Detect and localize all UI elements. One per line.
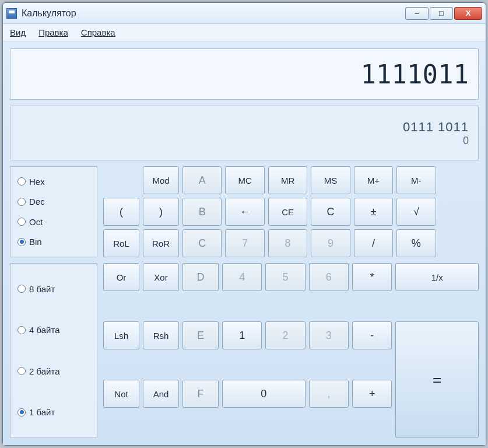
- decimal-button: ,: [309, 380, 349, 408]
- menu-edit-label: Правка: [38, 27, 68, 37]
- clear-button[interactable]: C: [311, 198, 350, 226]
- base-radios: Hex Dec Oct Bin: [10, 166, 97, 257]
- xor-button[interactable]: Xor: [143, 263, 179, 291]
- maximize-button[interactable]: □: [430, 7, 453, 20]
- divide-button[interactable]: /: [354, 229, 393, 257]
- not-button[interactable]: Not: [103, 380, 139, 408]
- radio-icon: [17, 218, 26, 226]
- radio-label: 2 байта: [29, 366, 60, 376]
- digit-5-button: 5: [265, 263, 305, 291]
- spacer: [103, 166, 139, 194]
- mr-button[interactable]: MR: [268, 166, 307, 194]
- client-area: 1111011 0111 1011 0 Hex Dec Oct Bin Mod …: [3, 41, 486, 445]
- radio-label: Dec: [29, 197, 45, 206]
- hex-e-button: E: [182, 321, 219, 349]
- percent-button[interactable]: %: [396, 229, 436, 257]
- bottom-block: 8 байт 4 байта 2 байта 1 байт Or Xor D 4…: [10, 263, 479, 438]
- radio-label: 1 байт: [29, 407, 55, 417]
- hex-a-button: A: [182, 166, 222, 194]
- sqrt-button[interactable]: √: [396, 198, 436, 226]
- radio-1byte[interactable]: 1 байт: [17, 392, 90, 433]
- top-buttons: Mod A MC MR MS M+ M- ( ) B ← CE C: [103, 166, 479, 257]
- radio-oct[interactable]: Oct: [17, 212, 90, 232]
- digit-3-button: 3: [309, 321, 349, 349]
- menu-help[interactable]: Справка: [81, 27, 115, 37]
- digit-2-button: 2: [265, 321, 305, 349]
- result-display: 1111011: [10, 48, 479, 100]
- radio-label: Bin: [29, 237, 42, 247]
- or-button[interactable]: Or: [103, 263, 139, 291]
- menu-help-label: Справка: [81, 27, 115, 37]
- menu-view[interactable]: Вид: [10, 27, 26, 37]
- radio-label: Oct: [29, 217, 43, 227]
- digit-4-button: 4: [222, 263, 262, 291]
- window-controls: – □ X: [405, 7, 482, 20]
- radio-icon: [17, 326, 26, 334]
- radio-bin[interactable]: Bin: [17, 232, 90, 253]
- radio-icon: [17, 238, 26, 246]
- radio-icon: [17, 367, 26, 375]
- bottom-buttons: Or Xor D 4 5 6 * 1/x Lsh Rsh E 1 2 3 -: [103, 263, 479, 438]
- close-button[interactable]: X: [454, 7, 482, 20]
- bits-row-1: 0111 1011: [403, 120, 469, 135]
- rsh-button[interactable]: Rsh: [143, 321, 179, 349]
- digit-7-button: 7: [225, 229, 264, 257]
- bits-row-2: 0: [463, 135, 469, 147]
- inverse-button[interactable]: 1/x: [395, 263, 479, 291]
- titlebar: Калькулятор – □ X: [3, 3, 486, 24]
- bits-display: 0111 1011 0: [10, 106, 479, 160]
- multiply-button[interactable]: *: [352, 263, 392, 291]
- radio-4byte[interactable]: 4 байта: [17, 310, 90, 351]
- digit-9-button: 9: [311, 229, 350, 257]
- word-radios: 8 байт 4 байта 2 байта 1 байт: [10, 263, 97, 438]
- radio-8byte[interactable]: 8 байт: [17, 268, 90, 310]
- add-button[interactable]: +: [352, 380, 392, 408]
- radio-icon: [17, 285, 26, 293]
- menu-edit[interactable]: Правка: [38, 27, 68, 37]
- hex-f-button: F: [182, 380, 219, 408]
- digit-0-button[interactable]: 0: [222, 380, 306, 408]
- hex-d-button: D: [182, 263, 219, 291]
- radio-label: 4 байта: [29, 325, 60, 335]
- window-title: Калькулятор: [22, 8, 405, 19]
- hex-c-button: C: [182, 229, 222, 257]
- ms-button[interactable]: MS: [311, 166, 350, 194]
- rol-button[interactable]: RoL: [103, 229, 139, 257]
- top-block: Hex Dec Oct Bin Mod A MC MR MS M+ M-: [10, 166, 479, 257]
- lsh-button[interactable]: Lsh: [103, 321, 139, 349]
- radio-label: 8 байт: [29, 284, 55, 294]
- radio-icon: [17, 408, 26, 416]
- menubar: Вид Правка Справка: [3, 24, 486, 41]
- radio-icon: [17, 177, 26, 186]
- app-icon: [6, 8, 17, 19]
- menu-view-label: Вид: [10, 27, 26, 37]
- rparen-button[interactable]: ): [143, 198, 179, 226]
- mod-button[interactable]: Mod: [143, 166, 179, 194]
- digit-1-button[interactable]: 1: [222, 321, 262, 349]
- hex-b-button: B: [182, 198, 222, 226]
- plusminus-button[interactable]: ±: [354, 198, 393, 226]
- radio-2byte[interactable]: 2 байта: [17, 351, 90, 392]
- mc-button[interactable]: MC: [225, 166, 264, 194]
- radio-hex[interactable]: Hex: [17, 172, 90, 192]
- calculator-window: Калькулятор – □ X Вид Правка Справка 111…: [2, 2, 486, 446]
- subtract-button[interactable]: -: [352, 321, 392, 349]
- equals-button[interactable]: =: [395, 321, 479, 438]
- radio-dec[interactable]: Dec: [17, 192, 90, 212]
- backspace-button[interactable]: ←: [225, 198, 264, 226]
- digit-8-button: 8: [268, 229, 307, 257]
- digit-6-button: 6: [309, 263, 349, 291]
- ror-button[interactable]: RoR: [143, 229, 179, 257]
- ce-button[interactable]: CE: [268, 198, 307, 226]
- minimize-button[interactable]: –: [405, 7, 429, 20]
- and-button[interactable]: And: [143, 380, 179, 408]
- radio-label: Hex: [29, 177, 45, 187]
- keypad-area: Hex Dec Oct Bin Mod A MC MR MS M+ M-: [10, 166, 479, 438]
- mplus-button[interactable]: M+: [354, 166, 393, 194]
- radio-icon: [17, 198, 26, 206]
- mminus-button[interactable]: M-: [396, 166, 436, 194]
- lparen-button[interactable]: (: [103, 198, 139, 226]
